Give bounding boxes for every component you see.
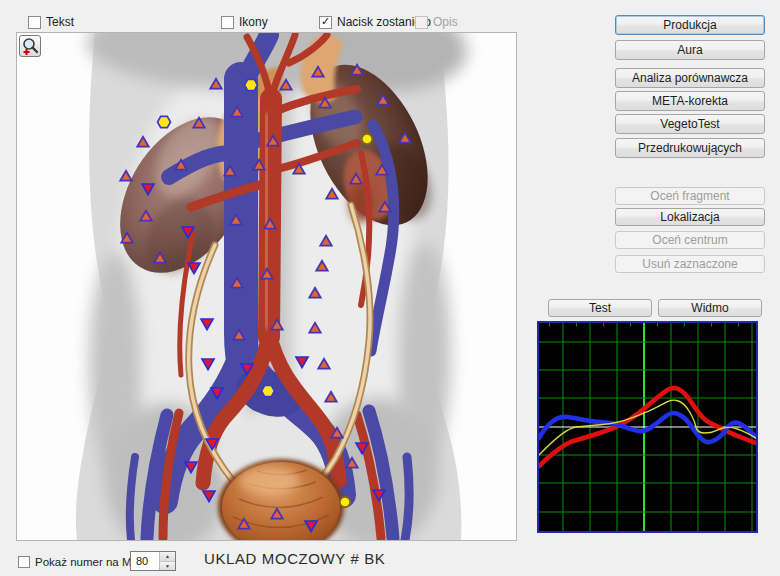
checkbox-box xyxy=(415,16,428,29)
spectrum-graph xyxy=(537,321,758,533)
spinner-down-icon[interactable]: ▼ xyxy=(160,562,175,571)
nls-diagnostic-window: { "toolbar": { "checkboxes": [ {"label":… xyxy=(0,0,780,576)
anatomy-image-panel xyxy=(16,32,517,541)
checkbox-box[interactable] xyxy=(319,16,332,29)
marker-dot[interactable] xyxy=(340,497,350,507)
marker-number-spinner[interactable]: 80 ▲ ▼ xyxy=(130,551,176,571)
spinner-value[interactable]: 80 xyxy=(131,552,159,570)
ocen-fragment-button: Oceń fragment xyxy=(615,187,765,205)
produkcja-button[interactable]: Produkcja xyxy=(615,15,765,35)
widmo-button[interactable]: Widmo xyxy=(658,299,762,317)
magnifier-plus-icon[interactable] xyxy=(19,35,41,57)
spinner-up-icon[interactable]: ▲ xyxy=(160,552,175,562)
page-title: UKLAD MOCZOWY # BK xyxy=(204,550,385,567)
checkbox-box[interactable] xyxy=(221,16,234,29)
checkbox-label: Tekst xyxy=(46,15,74,29)
marker-hex[interactable] xyxy=(245,79,258,90)
urinary-system-illustration xyxy=(17,33,516,540)
usun-zaznaczone-button: Usuń zaznaczone xyxy=(615,255,765,273)
checkbox-box[interactable] xyxy=(28,16,41,29)
marker-hex[interactable] xyxy=(262,385,275,396)
checkbox-opis: Opis xyxy=(415,15,458,29)
checkbox-box[interactable] xyxy=(18,556,30,568)
analiza-porownawcza-button[interactable]: Analiza porównawcza xyxy=(615,68,765,88)
ocen-centrum-button: Oceń centrum xyxy=(615,231,765,249)
marker-dot[interactable] xyxy=(362,134,372,144)
lokalizacja-button[interactable]: Lokalizacja xyxy=(615,208,765,226)
checkbox-label: Opis xyxy=(433,15,458,29)
checkbox-ikony[interactable]: Ikony xyxy=(221,15,268,29)
checkbox-tekst[interactable]: Tekst xyxy=(28,15,74,29)
test-button[interactable]: Test xyxy=(548,299,652,317)
marker-hex[interactable] xyxy=(158,116,171,127)
przedrukowujacych-button[interactable]: Przedrukowujących xyxy=(615,138,765,158)
vegetotest-button[interactable]: VegetoTest xyxy=(615,114,765,134)
checkbox-label: Ikony xyxy=(239,15,268,29)
aura-button[interactable]: Aura xyxy=(615,40,765,60)
meta-korekta-button[interactable]: META-korekta xyxy=(615,91,765,111)
